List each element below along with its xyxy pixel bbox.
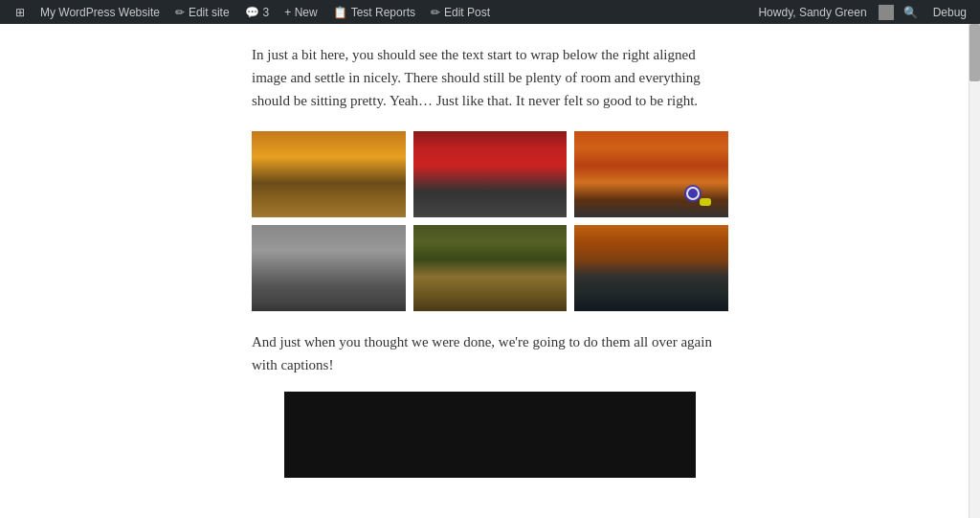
main-content: In just a bit here, you should see the t… bbox=[0, 24, 980, 497]
debug-label[interactable]: Debug bbox=[927, 6, 972, 19]
howdy-text: Howdy, Sandy Green bbox=[750, 6, 874, 19]
test-reports-label: Test Reports bbox=[351, 6, 415, 19]
zoom-glass bbox=[686, 187, 700, 200]
zoom-cursor bbox=[684, 185, 711, 206]
admin-bar-right: Howdy, Sandy Green 🔍 Debug bbox=[750, 5, 972, 20]
image-5[interactable] bbox=[413, 225, 568, 311]
image-6[interactable] bbox=[574, 225, 728, 311]
avatar bbox=[879, 5, 894, 20]
site-name-item[interactable]: My WordPress Website bbox=[33, 0, 167, 24]
image-3[interactable] bbox=[574, 131, 728, 217]
edit-post-label: Edit Post bbox=[444, 6, 490, 19]
image-grid-1 bbox=[252, 131, 728, 311]
scrollbar-thumb[interactable] bbox=[969, 24, 980, 81]
intro-paragraph: In just a bit here, you should see the t… bbox=[252, 43, 728, 112]
admin-bar: ⊞ My WordPress Website ✏ Edit site 💬 3 +… bbox=[0, 0, 980, 24]
comments-item[interactable]: 💬 3 bbox=[237, 0, 278, 24]
edit-post-icon: ✏ bbox=[431, 6, 440, 19]
image-4[interactable] bbox=[252, 225, 406, 311]
comments-icon: 💬 bbox=[245, 6, 259, 19]
comments-count: 3 bbox=[263, 6, 270, 19]
image-1[interactable] bbox=[252, 131, 406, 217]
new-label: + New bbox=[284, 6, 317, 19]
wp-logo[interactable]: ⊞ bbox=[8, 0, 33, 24]
test-reports-item[interactable]: 📋 Test Reports bbox=[325, 0, 423, 24]
image-2[interactable] bbox=[413, 131, 568, 217]
reports-icon: 📋 bbox=[333, 6, 347, 19]
zoom-handle bbox=[700, 198, 711, 206]
caption-paragraph: And just when you thought we were done, … bbox=[252, 330, 728, 376]
search-icon[interactable]: 🔍 bbox=[898, 6, 924, 19]
site-name-label: My WordPress Website bbox=[40, 6, 160, 19]
edit-site-item[interactable]: ✏ Edit site bbox=[167, 0, 237, 24]
wp-icon: ⊞ bbox=[15, 6, 25, 19]
edit-post-item[interactable]: ✏ Edit Post bbox=[423, 0, 498, 24]
black-preview-box bbox=[284, 392, 696, 478]
edit-site-icon: ✏ bbox=[175, 6, 185, 19]
edit-site-label: Edit site bbox=[189, 6, 230, 19]
new-item[interactable]: + New bbox=[277, 0, 324, 24]
page-scrollbar[interactable] bbox=[969, 24, 980, 497]
